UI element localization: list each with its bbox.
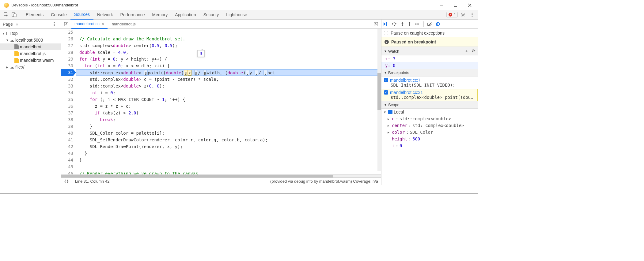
watch-expression[interactable]: x: 3	[381, 55, 478, 62]
tab-security[interactable]: Security	[200, 10, 223, 20]
scope-variable[interactable]: i: 0	[381, 142, 478, 149]
tab-memory[interactable]: Memory	[149, 10, 172, 20]
cursor-position: Line 31, Column 42	[75, 179, 110, 184]
tab-application[interactable]: Application	[171, 10, 200, 20]
breakpoints-header[interactable]: ▼Breakpoints	[381, 69, 478, 76]
svg-point-21	[54, 25, 55, 26]
tree-file[interactable]: mandelbrot.js	[0, 50, 61, 57]
svg-rect-23	[374, 22, 378, 26]
device-toggle-icon[interactable]	[10, 11, 18, 19]
watch-expression[interactable]: y: 0	[381, 62, 478, 69]
minimize-button[interactable]	[434, 1, 449, 10]
close-tab-icon[interactable]: ✕	[101, 22, 104, 26]
svg-rect-34	[437, 23, 438, 25]
devtools-tabs: ElementsConsoleSourcesNetworkPerformance…	[0, 10, 478, 20]
refresh-watch-icon[interactable]: ⟳	[472, 48, 475, 54]
watch-header[interactable]: ▼Watch ＋⟳	[381, 47, 478, 55]
editor-hscrollbar[interactable]	[61, 174, 381, 177]
tree-top[interactable]: ▼top	[0, 30, 61, 37]
tab-sources[interactable]: Sources	[70, 10, 93, 20]
error-count: 4	[453, 13, 456, 17]
maximize-button[interactable]	[449, 1, 463, 10]
svg-point-7	[462, 14, 464, 16]
debugger-panel: Pause on caught exceptions i Paused on b…	[381, 20, 478, 185]
sidebar-header: Page »	[0, 20, 61, 29]
step-over-button[interactable]	[392, 22, 397, 26]
svg-line-13	[464, 16, 465, 17]
resume-button[interactable]	[383, 22, 388, 26]
scope-variable[interactable]: height: 600	[381, 136, 478, 142]
info-icon: i	[385, 40, 389, 44]
cloud-icon: ☁	[10, 38, 14, 43]
format-icon[interactable]: {}	[64, 179, 69, 184]
svg-rect-1	[454, 4, 457, 6]
sidebar-kebab-icon[interactable]	[50, 20, 58, 28]
step-button[interactable]	[415, 22, 420, 26]
tab-network[interactable]: Network	[93, 10, 116, 20]
code-editor[interactable]: 2526272829303132333435363738394041424344…	[61, 29, 381, 174]
sidebar-tab-page[interactable]: Page	[3, 22, 13, 27]
svg-point-19	[54, 22, 55, 23]
svg-point-18	[472, 16, 473, 17]
settings-icon[interactable]	[459, 11, 467, 19]
svg-line-12	[461, 13, 462, 14]
file-icon	[14, 51, 19, 56]
tab-performance[interactable]: Performance	[116, 10, 148, 20]
svg-point-25	[394, 25, 395, 26]
file-tab[interactable]: mandelbrot.js	[109, 20, 139, 29]
svg-point-20	[54, 24, 55, 24]
pause-exceptions-button[interactable]	[436, 22, 440, 26]
scope-variable[interactable]: ▶color: SDL_Color	[381, 129, 478, 136]
nav-more-icon[interactable]	[372, 20, 380, 28]
page-sidebar: Page » ▼top ▼☁localhost:5000 mandelbrot …	[0, 20, 61, 185]
divider	[20, 12, 20, 18]
svg-point-33	[436, 22, 440, 26]
window-title: DevTools - localhost:5000/mandelbrot	[11, 3, 434, 7]
scope-local[interactable]: ▼LLocal	[381, 109, 478, 115]
debugger-toolbar	[381, 20, 478, 29]
svg-point-16	[472, 13, 473, 14]
scope-header[interactable]: ▼Scope	[381, 101, 478, 109]
hover-value-tooltip: 3	[197, 50, 205, 57]
add-watch-icon[interactable]: ＋	[464, 48, 469, 54]
step-into-button[interactable]	[401, 22, 404, 26]
close-button[interactable]	[463, 1, 477, 10]
tab-elements[interactable]: Elements	[22, 10, 47, 20]
svg-point-31	[415, 24, 416, 25]
pause-caught-row[interactable]: Pause on caught exceptions	[381, 29, 478, 37]
file-icon	[14, 58, 19, 63]
tab-lighthouse[interactable]: Lighthouse	[222, 10, 251, 20]
deactivate-breakpoints-button[interactable]	[427, 22, 432, 26]
tree-host[interactable]: ▼☁localhost:5000	[0, 37, 61, 43]
kebab-menu-icon[interactable]	[468, 11, 476, 19]
checkbox[interactable]	[384, 90, 388, 95]
nav-toggle-icon[interactable]	[62, 20, 70, 28]
file-tree: ▼top ▼☁localhost:5000 mandelbrot mandelb…	[0, 29, 61, 70]
svg-line-15	[464, 13, 465, 14]
checkbox[interactable]	[384, 31, 388, 35]
editor-vscrollbar[interactable]	[377, 29, 381, 171]
paused-banner: i Paused on breakpoint	[381, 37, 478, 47]
error-count-badge[interactable]: ✕ 4	[446, 12, 458, 17]
cloud-icon: ☁	[10, 65, 14, 69]
scope-variable[interactable]: ▶c: std::complex<double>	[381, 115, 478, 122]
tree-file-scheme[interactable]: ▶☁file://	[0, 64, 61, 70]
tree-file[interactable]: mandelbrot	[0, 43, 61, 50]
scope-variable[interactable]: ▶center: std::complex<double>	[381, 122, 478, 129]
step-out-button[interactable]	[408, 22, 411, 26]
wasm-source-link[interactable]: mandelbrot.wasm	[319, 179, 351, 184]
breakpoint-row[interactable]: mandelbrot.cc:31std::complex<double> poi…	[381, 89, 478, 101]
breakpoint-row[interactable]: mandelbrot.cc:7SDL_Init(SDL_INIT_VIDEO);	[381, 76, 478, 89]
tree-file[interactable]: mandelbrot.wasm	[0, 57, 61, 64]
svg-point-27	[402, 25, 403, 26]
titlebar: DevTools - localhost:5000/mandelbrot	[0, 0, 478, 10]
file-tab[interactable]: mandelbrot.cc✕	[71, 20, 108, 29]
sidebar-tabs-more[interactable]: »	[16, 22, 18, 27]
tab-console[interactable]: Console	[47, 10, 70, 20]
file-icon	[14, 44, 19, 49]
svg-rect-6	[14, 14, 16, 17]
svg-rect-35	[438, 23, 439, 25]
inspect-icon[interactable]	[2, 11, 10, 19]
checkbox[interactable]	[384, 78, 388, 82]
svg-rect-22	[64, 22, 68, 26]
